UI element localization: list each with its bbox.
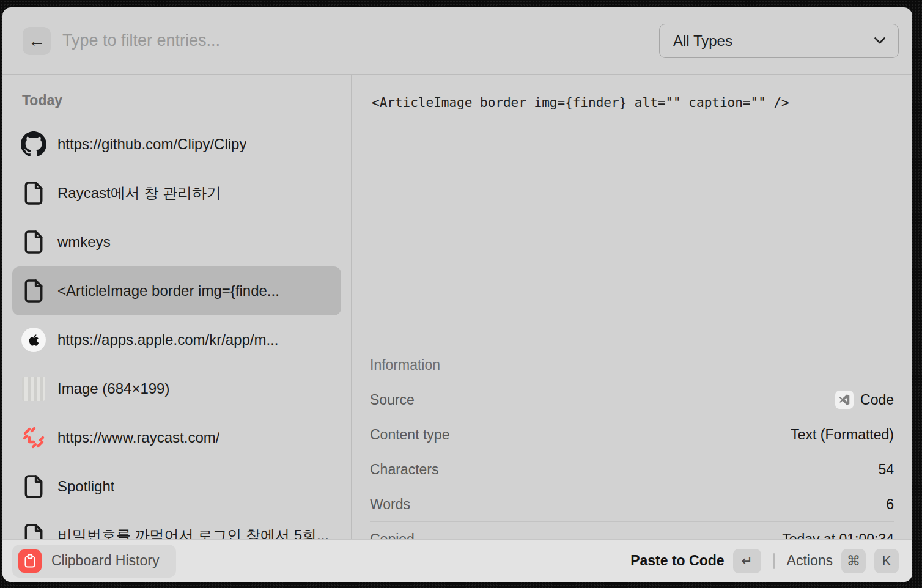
action-bar: Clipboard History Paste to Code ↵ Action…	[2, 539, 912, 582]
type-filter-value: All Types	[673, 32, 732, 50]
document-icon	[21, 278, 46, 304]
info-row-value: Text (Formatted)	[791, 427, 894, 443]
back-button[interactable]: ←	[23, 27, 51, 55]
app-pill: Clipboard History	[12, 545, 176, 578]
type-filter-dropdown[interactable]: All Types	[659, 24, 899, 58]
information-rows: Source Code Content type Text (Formatted…	[370, 383, 894, 539]
list-item[interactable]: https://github.com/Clipy/Clipy	[12, 120, 341, 169]
body: Today https://github.com/Clipy/Clipy Ray…	[2, 75, 912, 539]
list-item-label: Spotlight	[57, 478, 114, 495]
footer-actions: Paste to Code ↵ Actions ⌘ K	[630, 549, 899, 573]
document-icon	[21, 229, 46, 255]
info-row: Characters 54	[370, 452, 894, 487]
list-item[interactable]: wmkeys	[12, 218, 341, 266]
paste-to-code-button[interactable]: Paste to Code	[630, 553, 724, 569]
clipboard-list[interactable]: Today https://github.com/Clipy/Clipy Ray…	[2, 75, 352, 539]
info-row-label: Source	[370, 392, 415, 408]
list-item[interactable]: Raycast에서 창 관리하기	[12, 169, 341, 218]
list-item[interactable]: https://apps.apple.com/kr/app/m...	[12, 315, 341, 364]
github-icon	[21, 131, 46, 157]
list-item[interactable]: Image (684×199)	[12, 364, 341, 413]
info-row-label: Content type	[370, 427, 449, 443]
info-row: Source Code	[370, 383, 894, 417]
list-item-label: Raycast에서 창 관리하기	[57, 183, 221, 203]
info-row: Words 6	[370, 487, 894, 522]
list-item-label: https://apps.apple.com/kr/app/m...	[57, 331, 279, 348]
arrow-left-icon: ←	[28, 31, 45, 51]
info-row: Content type Text (Formatted)	[370, 417, 894, 452]
command-key-icon: ⌘	[841, 549, 866, 573]
apple-icon	[21, 327, 46, 353]
list-item[interactable]: <ArticleImage border img={finde...	[12, 266, 341, 315]
info-row-label: Words	[370, 496, 410, 513]
raycast-icon	[21, 425, 46, 450]
info-row-value: Today at 01:00:34	[782, 531, 894, 540]
list-item-label: <ArticleImage border img={finde...	[57, 282, 279, 300]
info-row: Copied Today at 01:00:34	[370, 522, 894, 539]
chevron-down-icon	[874, 37, 886, 45]
document-icon	[21, 474, 46, 499]
preview-pane: <ArticleImage border img={finder} alt=""…	[352, 75, 912, 342]
actions-button[interactable]: Actions	[787, 553, 833, 569]
list-item-label: Image (684×199)	[57, 380, 169, 397]
list-item-label: https://www.raycast.com/	[57, 429, 219, 446]
info-row-label: Characters	[370, 461, 438, 478]
information-title: Information	[370, 357, 894, 374]
list-item-label: https://github.com/Clipy/Clipy	[57, 136, 246, 153]
info-row-value: Code	[860, 392, 894, 408]
information-section: Information Source Code Content type Tex…	[352, 342, 912, 539]
list-item[interactable]: https://www.raycast.com/	[12, 413, 341, 462]
list-item[interactable]: 비밀번호를 까먹어서 로그인 창에서 5회...	[12, 511, 341, 539]
return-key-icon: ↵	[733, 549, 761, 573]
header: ← All Types	[2, 7, 912, 75]
vscode-icon	[835, 391, 854, 409]
list-items-container: https://github.com/Clipy/Clipy Raycast에서…	[12, 120, 341, 539]
image-thumbnail	[21, 376, 46, 402]
document-icon	[21, 180, 46, 206]
code-preview: <ArticleImage border img={finder} alt=""…	[372, 95, 900, 110]
info-row-value: 6	[886, 496, 894, 513]
list-item[interactable]: Spotlight	[12, 462, 341, 511]
detail-panel: <ArticleImage border img={finder} alt=""…	[352, 75, 912, 539]
clipboard-icon	[18, 549, 42, 573]
app-name: Clipboard History	[51, 553, 159, 569]
section-label-today: Today	[22, 92, 341, 109]
info-row-label: Copied	[370, 531, 415, 540]
k-key-icon: K	[874, 549, 899, 573]
list-item-label: wmkeys	[57, 233, 111, 251]
footer-divider	[773, 553, 775, 569]
document-icon	[21, 523, 46, 539]
info-row-value: 54	[878, 461, 894, 478]
search-input[interactable]	[61, 31, 659, 51]
clipboard-history-window: ← All Types Today https://github.com/Cli…	[2, 7, 912, 582]
list-item-label: 비밀번호를 까먹어서 로그인 창에서 5회...	[57, 526, 329, 539]
